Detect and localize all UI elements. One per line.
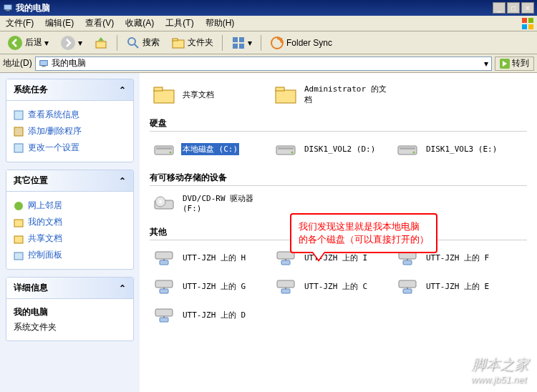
panel-title: 其它位置 [14,175,48,187]
up-button[interactable] [90,34,112,52]
title-bar: 我的电脑 _ □ × [0,0,537,16]
minimize-button[interactable]: _ [493,2,505,14]
address-bar: 地址(D) 我的电脑 ▾ 转到 [0,54,537,73]
svg-rect-8 [96,41,106,48]
collapse-icon[interactable]: ⌃ [119,85,126,95]
folders-button[interactable]: 文件夹 [167,34,218,52]
mycomputer-icon [3,3,13,13]
svg-rect-60 [403,289,412,293]
panel-header[interactable]: 系统任务 ⌃ [6,79,133,101]
svg-rect-15 [233,44,238,49]
chevron-down-icon: ▾ [44,38,49,48]
callout-arrow-icon [311,252,326,262]
netdrive-icon [153,246,175,269]
svg-point-43 [159,200,162,203]
netdrive-icon [153,303,175,326]
drive-item[interactable]: 本地磁盘 (C:) [150,134,271,163]
link-system-info[interactable]: 查看系统信息 [14,107,126,123]
svg-rect-36 [278,147,294,150]
svg-rect-4 [522,24,527,29]
menu-view[interactable]: 查看(V) [79,15,120,31]
cd-icon [153,192,175,215]
svg-rect-18 [39,60,47,65]
svg-rect-25 [14,220,23,227]
back-label: 后退 [25,36,42,49]
drive-item[interactable]: UTT-JZH 上的 E [393,272,515,300]
mycomputer-icon [39,59,49,69]
menu-file[interactable]: 文件(F) [0,15,39,31]
drive-item[interactable]: UTT-JZH 上的 C [271,272,393,300]
link-network[interactable]: 网上邻居 [14,197,126,214]
svg-rect-31 [276,87,284,91]
folder-sync-button[interactable]: Folder Sync [266,34,337,52]
windows-flag-icon [521,17,534,30]
top-items-row: 共享文档Administrator 的文档 [150,80,527,109]
drive-item[interactable]: Administrator 的文档 [271,80,393,109]
window-buttons: _ □ × [493,2,534,14]
svg-line-10 [135,44,138,48]
panel-details: 详细信息 ⌃ 我的电脑 系统文件夹 [6,277,134,341]
svg-rect-0 [4,5,12,10]
drive-item[interactable]: 共享文档 [150,80,271,109]
section-removable-title: 有可移动存储的设备 [150,172,527,186]
svg-point-6 [8,36,22,50]
drive-item[interactable]: UTT-JZH 上的 G [150,272,271,300]
menu-edit[interactable]: 编辑(E) [39,15,79,31]
maximize-button[interactable]: □ [507,2,520,14]
svg-rect-13 [233,37,238,42]
svg-point-9 [128,38,135,45]
hdd-icon [153,137,175,160]
hdd-items-row: 本地磁盘 (C:)DISK1_VOL2 (D:)DISK1_VOL3 (E:) [150,134,527,163]
drive-item[interactable]: UTT-JZH 上的 H [150,243,271,272]
go-label: 转到 [512,57,529,69]
menu-favorites[interactable]: 收藏(A) [120,15,160,31]
link-change-setting[interactable]: 更改一个设置 [14,139,126,156]
panel-header[interactable]: 其它位置 ⌃ [6,170,133,192]
drive-item[interactable]: DISK1_VOL3 (E:) [393,134,515,163]
folder-sync-label: Folder Sync [286,38,332,48]
drive-item[interactable]: UTT-JZH 上的 D [150,300,271,329]
svg-rect-22 [14,127,23,136]
go-button[interactable]: 转到 [495,57,534,71]
item-label: UTT-JZH 上的 H [181,252,247,264]
close-button[interactable]: × [521,2,534,14]
collapse-icon[interactable]: ⌃ [119,176,126,186]
chevron-down-icon: ▾ [78,38,82,48]
item-label: UTT-JZH 上的 G [181,280,247,293]
svg-rect-14 [239,37,244,42]
svg-rect-30 [276,90,296,103]
forward-button[interactable]: ▾ [56,33,87,53]
collapse-icon[interactable]: ⌃ [119,283,126,293]
menu-tools[interactable]: 工具(T) [160,15,199,31]
address-input[interactable]: 我的电脑 ▾ [35,57,492,71]
svg-rect-21 [14,111,23,119]
item-label: UTT-JZH 上的 F [425,252,490,264]
drive-item[interactable]: DISK1_VOL2 (D:) [271,134,393,163]
item-label: DVD/CD-RW 驱动器 (F:) [181,192,268,214]
link-mydocs[interactable]: 我的文档 [14,214,126,230]
link-control[interactable]: 控制面板 [14,247,126,263]
back-button[interactable]: 后退 ▾ [3,33,53,53]
link-shared[interactable]: 共享文档 [14,230,126,247]
toolbar-separator [117,35,117,51]
chevron-down-icon[interactable]: ▾ [484,59,488,69]
link-add-remove[interactable]: 添加/删除程序 [14,123,126,139]
views-button[interactable]: ▾ [227,34,256,52]
svg-rect-2 [522,18,527,23]
svg-rect-45 [160,260,168,265]
search-button[interactable]: 搜索 [122,34,164,52]
item-label: UTT-JZH 上的 D [181,309,247,321]
svg-rect-56 [277,280,294,288]
toolbar-separator [261,35,261,51]
drive-item[interactable]: DVD/CD-RW 驱动器 (F:) [150,189,271,217]
svg-rect-5 [528,24,533,29]
svg-point-24 [14,202,23,210]
svg-rect-27 [14,253,23,260]
menu-bar: 文件(F) 编辑(E) 查看(V) 收藏(A) 工具(T) 帮助(H) [0,16,537,31]
svg-point-40 [413,152,415,154]
panel-header[interactable]: 详细信息 ⌃ [6,278,133,299]
menu-help[interactable]: 帮助(H) [200,15,241,31]
item-label: UTT-JZH 上的 E [425,280,490,293]
main-area: 系统任务 ⌃ 查看系统信息 添加/删除程序 更改一个设置 其它位置 ⌃ 网上邻居… [0,73,537,392]
svg-rect-57 [281,289,290,293]
